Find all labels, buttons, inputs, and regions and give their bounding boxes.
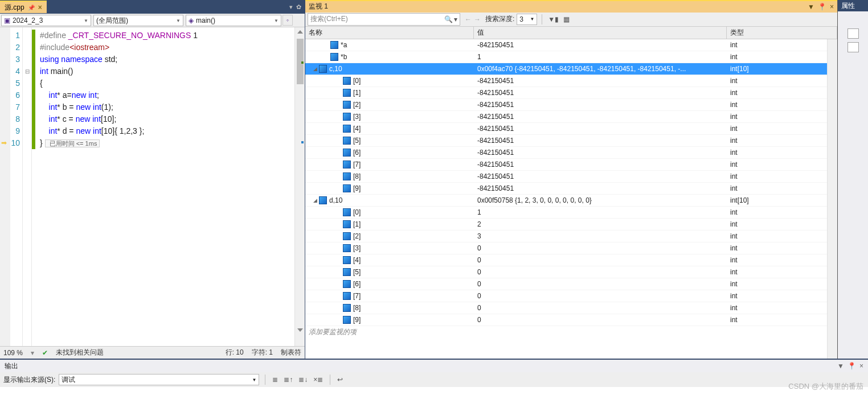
dropdown-icon[interactable]: ▾ — [289, 3, 293, 11]
alphabetical-icon[interactable] — [847, 42, 859, 52]
editor-area[interactable]: ➡ 12345678910 ⊟ #define _CRT_SECURE_NO_W… — [0, 27, 305, 346]
status-char: 字符: 1 — [252, 348, 273, 357]
zoom-level[interactable]: 109 % — [3, 349, 23, 357]
depth-combo[interactable]: 3▼ — [517, 14, 537, 25]
watch-row[interactable]: [6]0int — [305, 278, 827, 290]
watch-row[interactable]: ◢c,100x00f4ac70 {-842150451, -842150451,… — [305, 63, 827, 75]
nav-back-icon[interactable]: ← — [465, 15, 472, 23]
output-title: 输出 — [5, 361, 18, 371]
status-message: 未找到相关问题 — [56, 348, 104, 357]
watch-header: 名称 值 类型 — [305, 27, 837, 39]
output-toolbar: 显示输出来源(S): 调试▼ ≣ ≣↑ ≣↓ ×≣ ↩ — [0, 372, 868, 387]
watch-row[interactable]: [8]-842150451int — [305, 171, 827, 183]
watch-row[interactable]: [4]0int — [305, 254, 827, 266]
code-text[interactable]: #define _CRT_SECURE_NO_WARNINGS 1#includ… — [35, 27, 294, 346]
output-panel: 输出 ▼ 📍 × 显示输出来源(S): 调试▼ ≣ ≣↑ ≣↓ ×≣ ↩ — [0, 359, 868, 395]
editor-tab-bar: 源.cpp 📌 × ▾ ✿ — [0, 0, 305, 14]
search-icon[interactable]: 🔍 — [444, 15, 453, 23]
code-editor-panel: 源.cpp 📌 × ▾ ✿ ▣2024_2_3▼ (全局范围)▼ ◈main()… — [0, 0, 305, 359]
watch-row[interactable]: [0]1int — [305, 207, 827, 219]
watch-row[interactable]: *b1int — [305, 51, 827, 63]
watch-row[interactable]: [9]-842150451int — [305, 183, 827, 195]
watch-row[interactable]: [3]0int — [305, 242, 827, 254]
watch-row[interactable]: [1]2int — [305, 219, 827, 231]
watch-row[interactable]: [6]-842150451int — [305, 147, 827, 159]
current-line-arrow-icon: ➡ — [1, 139, 10, 147]
watch-title: 监视 1 — [309, 2, 328, 11]
wrap-icon[interactable]: ↩ — [336, 376, 344, 384]
split-button[interactable]: ÷ — [282, 15, 293, 26]
categorized-icon[interactable] — [847, 28, 859, 39]
pin-icon[interactable]: 📌 — [28, 5, 35, 11]
status-tabs: 制表符 — [281, 348, 301, 357]
watch-row[interactable]: [8]0int — [305, 302, 827, 314]
nav-fwd-icon[interactable]: → — [474, 15, 481, 23]
depth-label: 搜索深度: — [485, 14, 514, 24]
editor-tab-source[interactable]: 源.cpp 📌 × — [0, 1, 47, 13]
col-value[interactable]: 值 — [474, 27, 727, 39]
vertical-scrollbar[interactable] — [294, 27, 305, 346]
line-numbers: 12345678910 — [10, 27, 22, 346]
watch-title-bar[interactable]: 监视 1 ▼ 📍 × — [305, 0, 837, 13]
watch-row[interactable]: [3]-842150451int — [305, 111, 827, 123]
watch-toolbar: 搜索(Ctrl+E) 🔍▾ ← → 搜索深度: 3▼ ▼▮ ▦ — [305, 13, 837, 27]
properties-panel: 属性 — [837, 0, 868, 359]
scope-combo[interactable]: (全局范围)▼ — [93, 15, 183, 26]
watch-row[interactable]: [2]3int — [305, 231, 827, 242]
col-name[interactable]: 名称 — [305, 27, 474, 39]
watch-body[interactable]: *a-842150451int*b1int◢c,100x00f4ac70 {-8… — [305, 39, 827, 326]
clear-icon[interactable]: ×≣ — [312, 376, 324, 384]
close-icon[interactable]: × — [38, 3, 42, 11]
output-source-label: 显示输出来源(S): — [3, 375, 55, 385]
pin-icon[interactable]: 📍 — [818, 3, 826, 11]
output-source-combo[interactable]: 调试▼ — [59, 374, 259, 385]
status-line: 行: 10 — [226, 348, 244, 357]
filter-icon[interactable]: ▼▮ — [547, 15, 560, 23]
watch-scrollbar[interactable] — [827, 39, 837, 359]
tab-title: 源.cpp — [5, 3, 24, 13]
pin-icon[interactable]: 📍 — [847, 362, 856, 370]
watch-row[interactable]: [2]-842150451int — [305, 99, 827, 111]
watch-row[interactable]: [1]-842150451int — [305, 87, 827, 99]
breakpoint-margin[interactable]: ➡ — [0, 27, 10, 346]
next-icon[interactable]: ≣↓ — [297, 376, 309, 384]
gear-icon[interactable]: ✿ — [296, 3, 301, 11]
watch-row[interactable]: [7]-842150451int — [305, 159, 827, 171]
window-position-icon[interactable]: ▼ — [808, 3, 814, 11]
watch-row[interactable]: [9]0int — [305, 314, 827, 326]
close-icon[interactable]: × — [859, 362, 863, 370]
function-combo[interactable]: ◈main()▼ — [186, 15, 281, 26]
window-position-icon[interactable]: ▼ — [837, 362, 844, 370]
prev-icon[interactable]: ≣↑ — [282, 376, 294, 384]
goto-icon[interactable]: ≣ — [271, 376, 279, 384]
watch-panel: 监视 1 ▼ 📍 × 搜索(Ctrl+E) 🔍▾ ← → 搜索深度: 3▼ ▼▮… — [305, 0, 837, 359]
watch-row[interactable]: [0]-842150451int — [305, 75, 827, 87]
watch-row[interactable]: [5]0int — [305, 266, 827, 278]
watch-row[interactable]: [4]-842150451int — [305, 123, 827, 135]
watch-search-input[interactable]: 搜索(Ctrl+E) 🔍▾ — [308, 13, 460, 26]
output-title-bar[interactable]: 输出 ▼ 📍 × — [0, 360, 868, 372]
ok-icon: ✔ — [42, 349, 48, 357]
properties-title[interactable]: 属性 — [838, 0, 868, 11]
watch-row[interactable]: [7]0int — [305, 290, 827, 302]
columns-icon[interactable]: ▦ — [562, 15, 571, 23]
watch-row[interactable]: ◢d,100x00f50758 {1, 2, 3, 0, 0, 0, 0, 0,… — [305, 195, 827, 207]
watch-row[interactable]: [5]-842150451int — [305, 135, 827, 147]
add-watch-hint[interactable]: 添加要监视的项 — [305, 326, 827, 338]
project-combo[interactable]: ▣2024_2_3▼ — [1, 15, 91, 26]
close-icon[interactable]: × — [830, 3, 834, 11]
editor-navigation-bar: ▣2024_2_3▼ (全局范围)▼ ◈main()▼ ÷ — [0, 14, 305, 27]
watch-row[interactable]: *a-842150451int — [305, 39, 827, 51]
col-type[interactable]: 类型 — [727, 27, 837, 39]
editor-status-bar: 109 % ▾ ✔ 未找到相关问题 行: 10 字符: 1 制表符 — [0, 346, 305, 359]
fold-margin[interactable]: ⊟ — [23, 27, 32, 346]
